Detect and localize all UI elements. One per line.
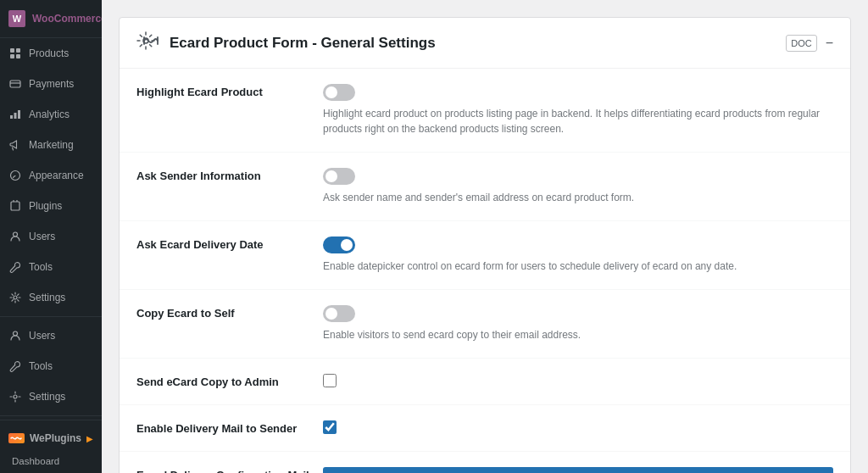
setting-row-send-copy-admin: Send eCard Copy to Admin [120, 359, 850, 405]
sidebar-label-appearance: Appearance [29, 170, 84, 181]
send-copy-admin-checkbox[interactable] [323, 374, 337, 387]
setting-row-ask-delivery-date: Ask Ecard Delivery Date Enable datepicke… [120, 221, 850, 290]
sidebar-item-users[interactable]: Users [0, 221, 102, 252]
svg-rect-2 [10, 54, 14, 58]
sidebar-item-tools2[interactable]: Tools [0, 351, 102, 381]
payments-icon [8, 77, 22, 91]
svg-point-14 [14, 296, 17, 299]
svg-rect-0 [10, 48, 14, 53]
sidebar-item-settings[interactable]: Settings [0, 282, 102, 313]
panel-settings-icon [136, 31, 159, 54]
sidebar-label-payments: Payments [29, 78, 74, 90]
sidebar-label-settings: Settings [29, 292, 65, 303]
weplugins-logo-icon [8, 433, 25, 443]
settings-icon [8, 291, 22, 304]
users-icon [8, 230, 22, 243]
sidebar-item-dashboard[interactable]: Dashboard [0, 451, 102, 471]
delivery-mail-label: Enable Delivery Mail to Sender [136, 422, 297, 435]
svg-rect-6 [10, 115, 13, 119]
woocommerce-logo-text: WooCommerce [32, 13, 102, 25]
copy-to-self-label: Copy Ecard to Self [136, 307, 235, 320]
send-copy-admin-control-col [323, 374, 833, 387]
ask-sender-control-col: Ask sender name and sender's email addre… [323, 168, 833, 205]
svg-rect-7 [14, 113, 17, 119]
sidebar-label-users2: Users [29, 330, 55, 342]
svg-rect-8 [18, 110, 20, 119]
ask-sender-slider [323, 168, 355, 185]
update-content-button[interactable]: Update Content [323, 467, 833, 473]
svg-point-15 [14, 331, 18, 336]
sidebar-label-marketing: Marketing [29, 139, 74, 151]
copy-to-self-control-col: Enable visitors to send ecard copy to th… [323, 305, 833, 342]
svg-rect-1 [16, 48, 20, 53]
delivery-mail-checkbox[interactable] [323, 420, 337, 434]
doc-icon[interactable]: DOC [786, 35, 816, 52]
send-copy-admin-label: Send eCard Copy to Admin [136, 376, 279, 388]
send-copy-admin-label-col: Send eCard Copy to Admin [136, 374, 323, 389]
panel-header: Ecard Product Form - General Settings DO… [120, 18, 850, 69]
sidebar-item-plugins[interactable]: Plugins [0, 191, 102, 221]
highlight-ecard-control-col: Highlight ecard product on products list… [323, 84, 833, 136]
ask-sender-label: Ask Sender Information [136, 170, 261, 182]
sidebar-label-tools: Tools [29, 261, 53, 273]
woocommerce-logo-icon: W [8, 10, 25, 27]
sidebar-item-products[interactable]: Products [0, 38, 102, 69]
sidebar: W WooCommerce Products Payments Analytic… [0, 0, 102, 473]
sidebar-item-tools[interactable]: Tools [0, 252, 102, 282]
setting-row-delivery-mail: Enable Delivery Mail to Sender [120, 405, 850, 452]
sidebar-item-payments[interactable]: Payments [0, 69, 102, 99]
svg-rect-10 [11, 202, 19, 210]
sidebar-item-users2[interactable]: Users [0, 320, 102, 351]
panel-body: Highlight Ecard Product Highlight ecard … [120, 69, 850, 473]
sidebar-label-plugins: Plugins [29, 200, 62, 212]
ask-delivery-date-slider [323, 236, 355, 253]
ask-sender-toggle[interactable] [323, 168, 355, 185]
highlight-ecard-toggle[interactable] [323, 84, 355, 101]
plugins-icon [8, 199, 22, 213]
copy-to-self-slider [323, 305, 355, 322]
sidebar-item-analytics[interactable]: Analytics [0, 99, 102, 130]
products-icon [8, 47, 22, 60]
sidebar-item-appearance[interactable]: Appearance [0, 160, 102, 191]
ask-delivery-date-toggle[interactable] [323, 236, 355, 253]
delivery-confirmation-label-col: Ecard Delivery Confirmation Mail [136, 467, 323, 473]
delivery-mail-control-col [323, 420, 833, 434]
sidebar-label-products: Products [29, 47, 69, 59]
highlight-ecard-label: Highlight Ecard Product [136, 86, 263, 98]
weplugins-title: WePlugins [30, 432, 81, 444]
weplugins-header[interactable]: WePlugins ▶ [0, 426, 102, 451]
copy-to-self-label-col: Copy Ecard to Self [136, 305, 323, 320]
svg-point-13 [14, 232, 18, 236]
weplugins-section: WePlugins ▶ Dashboard Plugins List Globa… [0, 420, 102, 473]
delivery-mail-label-col: Enable Delivery Mail to Sender [136, 420, 323, 436]
main-content: Ecard Product Form - General Settings DO… [102, 0, 868, 473]
ask-delivery-date-label: Ask Ecard Delivery Date [136, 238, 264, 251]
svg-rect-3 [16, 54, 20, 58]
ask-delivery-date-label-col: Ask Ecard Delivery Date [136, 236, 323, 252]
sidebar-label-analytics: Analytics [29, 109, 70, 120]
copy-to-self-toggle[interactable] [323, 305, 355, 322]
setting-row-ask-sender: Ask Sender Information Ask sender name a… [120, 153, 850, 221]
ask-delivery-date-description: Enable datepicker control on ecard form … [323, 259, 833, 274]
sidebar-label-settings2: Settings [29, 391, 65, 403]
panel-title-row: Ecard Product Form - General Settings [136, 31, 436, 54]
setting-row-highlight-ecard: Highlight Ecard Product Highlight ecard … [120, 69, 850, 153]
svg-point-16 [14, 395, 17, 398]
highlight-ecard-label-col: Highlight Ecard Product [136, 84, 323, 99]
sidebar-item-settings2[interactable]: Settings [0, 381, 102, 412]
setting-row-copy-to-self: Copy Ecard to Self Enable visitors to se… [120, 290, 850, 359]
users2-icon [8, 329, 22, 342]
delivery-confirmation-label: Ecard Delivery Confirmation Mail [136, 469, 309, 473]
weplugins-arrow-icon: ▶ [86, 434, 93, 443]
ask-sender-label-col: Ask Sender Information [136, 168, 323, 183]
sidebar-label-tools2: Tools [29, 360, 53, 372]
tools-icon [8, 260, 22, 274]
general-settings-panel: Ecard Product Form - General Settings DO… [119, 17, 851, 473]
sidebar-logo[interactable]: W WooCommerce [0, 0, 102, 38]
panel-actions: DOC − [786, 35, 833, 52]
sidebar-item-marketing[interactable]: Marketing [0, 130, 102, 160]
delivery-confirmation-control-col: Update Content [323, 467, 833, 473]
collapse-icon[interactable]: − [826, 36, 833, 51]
sidebar-label-users: Users [29, 231, 55, 242]
highlight-ecard-slider [323, 84, 355, 101]
